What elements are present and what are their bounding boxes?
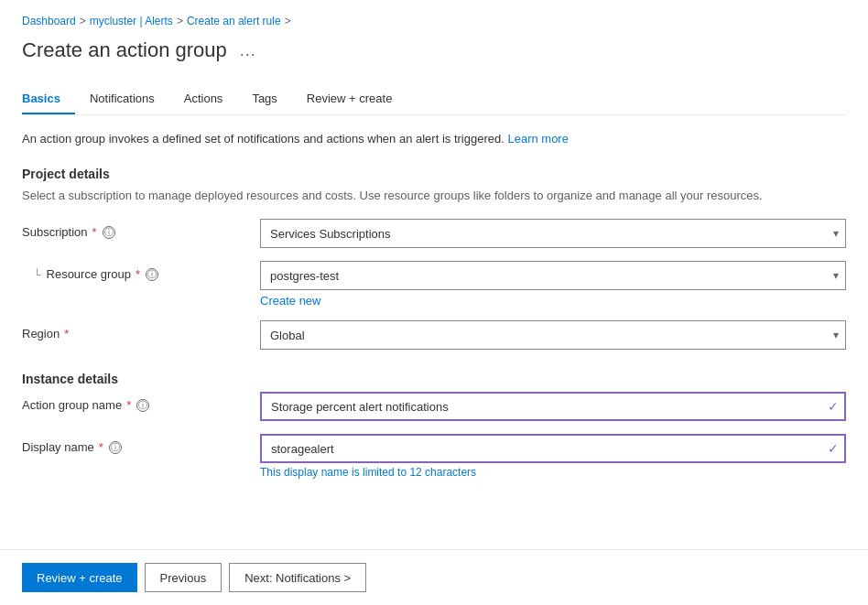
instance-details-title: Instance details (22, 372, 846, 386)
description-text: An action group invokes a defined set of… (22, 130, 846, 148)
display-name-checkmark-icon: ✓ (828, 441, 839, 456)
previous-button[interactable]: Previous (145, 563, 222, 592)
instance-details-section: Instance details Action group name * ⓘ ✓… (22, 372, 846, 479)
resource-group-select-wrapper: postgres-test ▾ (260, 261, 846, 290)
project-details-subtitle: Select a subscription to manage deployed… (22, 187, 846, 205)
action-group-name-info-icon[interactable]: ⓘ (136, 399, 149, 412)
resource-group-row: └ Resource group * ⓘ postgres-test ▾ Cre… (22, 261, 846, 308)
next-notifications-button[interactable]: Next: Notifications > (229, 563, 366, 592)
display-name-input[interactable] (260, 434, 846, 463)
display-name-input-wrapper: ✓ (260, 434, 846, 463)
page-title-row: Create an action group ... (22, 38, 846, 62)
resource-group-label: Resource group (47, 267, 132, 281)
subscription-row: Subscription * ⓘ Services Subscriptions … (22, 219, 846, 248)
region-select-wrapper: Global ▾ (260, 320, 846, 350)
tab-actions[interactable]: Actions (169, 84, 238, 114)
tab-notifications[interactable]: Notifications (75, 84, 169, 114)
action-group-name-input[interactable] (260, 392, 846, 421)
action-group-name-row: Action group name * ⓘ ✓ (22, 392, 846, 421)
subscription-select[interactable]: Services Subscriptions (260, 219, 846, 248)
breadcrumb-create-alert-rule[interactable]: Create an alert rule (187, 15, 281, 27)
tab-tags[interactable]: Tags (237, 84, 291, 114)
rg-indent-symbol: └ (33, 268, 41, 281)
footer-bar: Review + create Previous Next: Notificat… (0, 549, 868, 605)
action-group-name-input-wrapper: ✓ (260, 392, 846, 421)
region-row: Region * Global ▾ (22, 320, 846, 350)
project-details-title: Project details (22, 167, 846, 181)
tab-basics[interactable]: Basics (22, 84, 75, 114)
breadcrumb-dashboard[interactable]: Dashboard (22, 15, 76, 27)
resource-group-required: * (136, 267, 140, 281)
display-name-row: Display name * ⓘ ✓ This display name is … (22, 434, 846, 479)
learn-more-link[interactable]: Learn more (507, 132, 568, 146)
resource-group-select[interactable]: postgres-test (260, 261, 846, 290)
action-group-name-checkmark-icon: ✓ (828, 399, 839, 414)
tab-review-create[interactable]: Review + create (292, 84, 407, 114)
display-name-required: * (99, 440, 103, 454)
create-new-rg-link[interactable]: Create new (260, 294, 846, 308)
tab-nav: Basics Notifications Actions Tags Review… (22, 84, 846, 115)
display-name-hint: This display name is limited to 12 chara… (260, 466, 846, 479)
region-select[interactable]: Global (260, 320, 846, 350)
region-required: * (64, 327, 69, 340)
subscription-select-wrapper: Services Subscriptions ▾ (260, 219, 846, 248)
subscription-label: Subscription (22, 225, 88, 239)
display-name-info-icon[interactable]: ⓘ (109, 441, 122, 454)
action-group-name-label: Action group name (22, 398, 122, 412)
breadcrumb: Dashboard > mycluster | Alerts > Create … (22, 15, 846, 27)
subscription-info-icon[interactable]: ⓘ (103, 226, 115, 239)
ellipsis-button[interactable]: ... (236, 39, 260, 62)
resource-group-info-icon[interactable]: ⓘ (146, 268, 158, 281)
region-label: Region (22, 327, 60, 340)
project-details-section: Project details Select a subscription to… (22, 167, 846, 351)
action-group-name-required: * (126, 398, 131, 412)
review-create-button[interactable]: Review + create (22, 563, 137, 592)
breadcrumb-alerts[interactable]: mycluster | Alerts (90, 15, 173, 27)
page-title: Create an action group (22, 38, 227, 62)
subscription-required: * (92, 225, 97, 239)
display-name-label: Display name (22, 440, 94, 454)
